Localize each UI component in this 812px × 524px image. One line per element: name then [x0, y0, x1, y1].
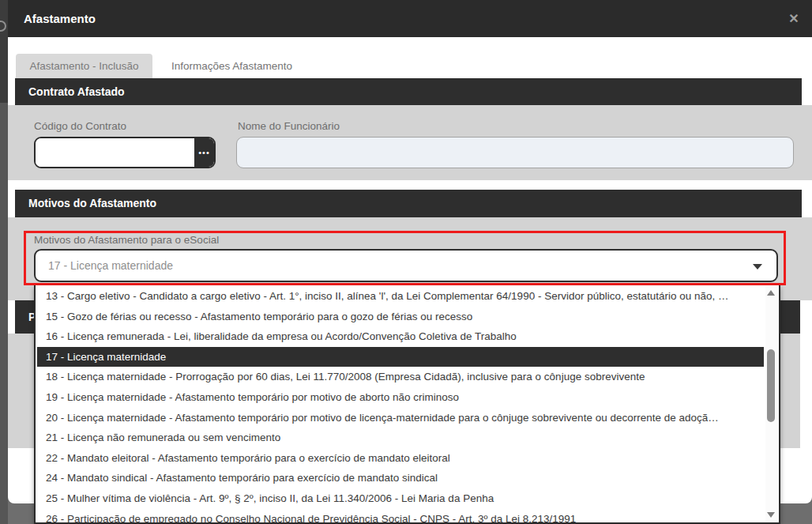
tab-afastamento-inclusao[interactable]: Afastamento - Inclusão — [16, 54, 152, 78]
codigo-lookup-button[interactable]: ••• — [194, 138, 214, 167]
modal-header: Afastamento ✕ — [8, 0, 812, 37]
dropdown-option[interactable]: 17 - Licença maternidade — [37, 347, 764, 368]
dropdown-option[interactable]: 15 - Gozo de férias ou recesso - Afastam… — [37, 307, 764, 327]
dropdown-option[interactable]: 24 - Mandato sindical - Afastamento temp… — [37, 468, 764, 488]
motivos-esocial-label: Motivos do Afastamento para o eSocial — [34, 234, 219, 246]
section-header-motivos-afastamento: Motivos do Afastamento — [15, 190, 802, 217]
dropdown-option[interactable]: 26 - Participação de empregado no Consel… — [37, 509, 764, 522]
dropdown-option[interactable]: 13 - Cargo eletivo - Candidato a cargo e… — [37, 286, 764, 307]
tab-informacoes-afastamento[interactable]: Informações Afastamento — [164, 54, 300, 78]
motivos-esocial-selected-value: 17 - Licença maternidade — [48, 251, 173, 281]
scrollbar-thumb[interactable] — [767, 349, 775, 422]
motivos-esocial-select[interactable]: 17 - Licença maternidade — [34, 249, 778, 282]
nome-funcionario-label: Nome do Funcionário — [238, 120, 340, 132]
codigo-contrato-input[interactable] — [36, 138, 194, 167]
codigo-contrato-label: Código do Contrato — [34, 120, 126, 132]
close-icon[interactable]: ✕ — [785, 10, 803, 28]
chevron-down-icon — [753, 264, 762, 270]
dropdown-option[interactable]: 20 - Licença maternidade - Afastamento t… — [37, 408, 764, 428]
nome-funcionario-input — [236, 137, 794, 168]
backdrop-overlay — [0, 0, 8, 524]
dropdown-option[interactable]: 25 - Mulher vítima de violência - Art. 9… — [37, 488, 764, 509]
scroll-down-icon[interactable] — [767, 512, 775, 518]
scroll-up-icon[interactable] — [767, 290, 775, 296]
codigo-contrato-field: ••• — [34, 137, 216, 168]
dropdown-option[interactable]: 22 - Mandato eleitoral - Afastamento tem… — [37, 448, 764, 469]
section-header-contrato-afastado: Contrato Afastado — [15, 78, 802, 105]
dropdown-option[interactable]: 19 - Licença maternidade - Afastamento t… — [37, 387, 764, 408]
background-page-fragment — [0, 21, 6, 32]
screen: Afastamento ✕ Afastamento - Inclusão Inf… — [0, 0, 812, 524]
dropdown-list: 13 - Cargo eletivo - Candidato a cargo e… — [37, 286, 764, 522]
dropdown-option[interactable]: 18 - Licença maternidade - Prorrogação p… — [37, 367, 764, 387]
dropdown-option[interactable]: 21 - Licença não remunerada ou sem venci… — [37, 428, 764, 448]
dropdown-scrollbar[interactable] — [765, 286, 777, 522]
modal-title: Afastamento — [24, 0, 96, 37]
dropdown-option[interactable]: 16 - Licença remunerada - Lei, liberalid… — [37, 326, 764, 347]
motivos-dropdown-panel: 13 - Cargo eletivo - Candidato a cargo e… — [34, 285, 780, 524]
